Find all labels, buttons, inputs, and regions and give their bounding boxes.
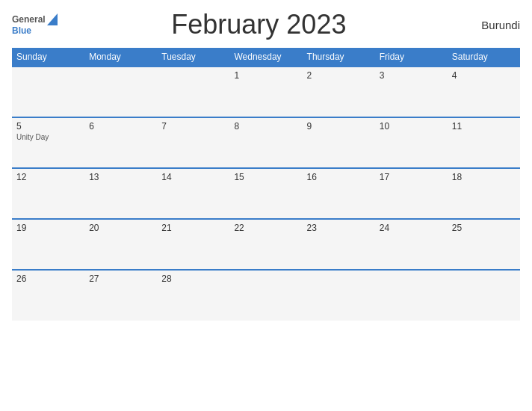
calendar-day-cell: 15	[229, 168, 302, 219]
calendar-day-cell: 10	[375, 117, 448, 168]
calendar-day-cell: 11	[448, 117, 520, 168]
day-number: 17	[380, 172, 443, 182]
logo: General Blue	[12, 13, 58, 36]
calendar-day-cell: 1	[229, 67, 302, 117]
calendar-day-cell: 25	[448, 219, 520, 270]
calendar-day-cell: 27	[84, 270, 157, 321]
calendar-day-cell: 26	[12, 270, 84, 321]
day-number: 9	[307, 121, 371, 132]
day-number: 5	[16, 121, 80, 132]
day-number: 23	[307, 223, 371, 233]
day-number: 25	[452, 223, 516, 233]
day-number: 24	[380, 223, 443, 233]
day-number: 22	[234, 223, 297, 233]
header-wednesday: Wednesday	[229, 48, 302, 67]
weekday-header-row: Sunday Monday Tuesday Wednesday Thursday…	[12, 48, 520, 67]
day-number: 26	[16, 274, 80, 284]
calendar-day-cell	[12, 67, 84, 117]
calendar-day-cell	[84, 67, 157, 117]
day-number: 12	[16, 172, 80, 182]
logo-blue: Blue	[12, 25, 31, 36]
day-number: 3	[380, 70, 443, 81]
header-monday: Monday	[84, 48, 157, 67]
header-friday: Friday	[375, 48, 448, 67]
calendar-day-cell: 3	[375, 67, 448, 117]
day-number: 1	[234, 70, 297, 81]
day-number: 28	[161, 274, 225, 284]
calendar-day-cell: 2	[303, 67, 375, 117]
header: General Blue February 2023 Burundi	[12, 9, 520, 40]
day-number: 8	[234, 121, 297, 132]
calendar-day-cell: 4	[448, 67, 520, 117]
day-number: 20	[89, 223, 152, 233]
calendar-day-cell: 13	[84, 168, 157, 219]
day-number: 18	[452, 172, 516, 182]
header-sunday: Sunday	[12, 48, 84, 67]
country-label: Burundi	[460, 19, 520, 31]
calendar-day-cell	[229, 270, 302, 321]
day-number: 6	[89, 121, 152, 132]
calendar-day-cell: 8	[229, 117, 302, 168]
header-tuesday: Tuesday	[157, 48, 229, 67]
calendar-week-row: 5Unity Day67891011	[12, 117, 520, 168]
calendar-week-row: 1234	[12, 67, 520, 117]
day-number: 16	[307, 172, 371, 182]
calendar-day-cell: 7	[157, 117, 229, 168]
day-number: 4	[452, 70, 516, 81]
calendar-day-cell: 22	[229, 219, 302, 270]
calendar-day-cell: 23	[303, 219, 375, 270]
calendar-day-cell: 24	[375, 219, 448, 270]
calendar-page: General Blue February 2023 Burundi Sunda…	[0, 0, 532, 411]
calendar-day-cell: 16	[303, 168, 375, 219]
calendar-day-cell	[448, 270, 520, 321]
day-number: 2	[307, 70, 371, 81]
header-thursday: Thursday	[303, 48, 375, 67]
calendar-day-cell: 12	[12, 168, 84, 219]
calendar-day-cell: 9	[303, 117, 375, 168]
calendar-day-cell: 6	[84, 117, 157, 168]
calendar-day-cell	[375, 270, 448, 321]
day-event: Unity Day	[16, 133, 49, 141]
header-saturday: Saturday	[448, 48, 520, 67]
svg-marker-0	[47, 13, 58, 25]
calendar-day-cell: 19	[12, 219, 84, 270]
day-number: 13	[89, 172, 152, 182]
day-number: 21	[161, 223, 225, 233]
day-number: 7	[161, 121, 225, 132]
calendar-day-cell	[157, 67, 229, 117]
day-number: 11	[452, 121, 516, 132]
day-number: 10	[380, 121, 443, 132]
calendar-day-cell	[303, 270, 375, 321]
calendar-day-cell: 14	[157, 168, 229, 219]
day-number: 19	[16, 223, 80, 233]
calendar-day-cell: 21	[157, 219, 229, 270]
calendar-week-row: 262728	[12, 270, 520, 321]
calendar-day-cell: 18	[448, 168, 520, 219]
calendar-table: Sunday Monday Tuesday Wednesday Thursday…	[12, 48, 520, 321]
calendar-day-cell: 28	[157, 270, 229, 321]
calendar-day-cell: 17	[375, 168, 448, 219]
logo-general: General	[12, 14, 46, 25]
calendar-day-cell: 5Unity Day	[12, 117, 84, 168]
day-number: 27	[89, 274, 152, 284]
calendar-week-row: 12131415161718	[12, 168, 520, 219]
calendar-title: February 2023	[58, 9, 460, 40]
day-number: 14	[161, 172, 225, 182]
calendar-day-cell: 20	[84, 219, 157, 270]
calendar-week-row: 19202122232425	[12, 219, 520, 270]
day-number: 15	[234, 172, 297, 182]
logo-triangle-icon	[47, 13, 58, 25]
